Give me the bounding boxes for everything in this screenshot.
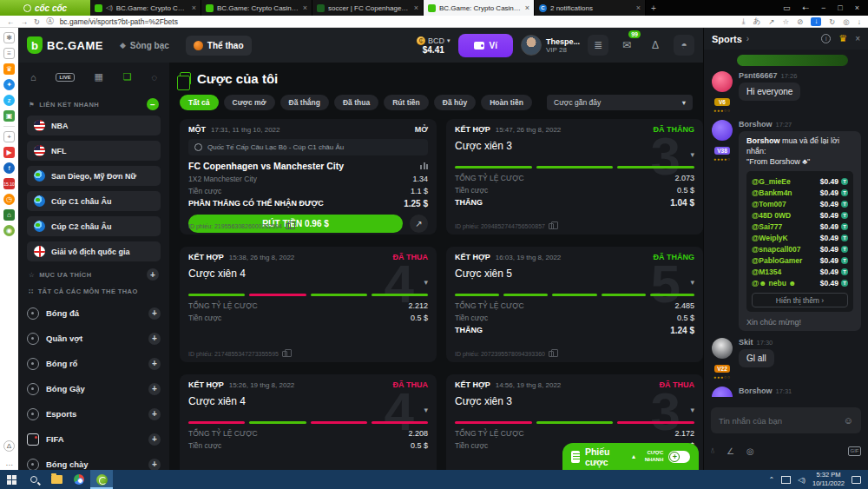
sidebar-quick-link[interactable]: NBA — [27, 116, 161, 135]
betslip-button[interactable]: Phiếu cược ▴ CƯỢCNHANH + — [562, 443, 699, 470]
home-icon[interactable]: ⌂ — [30, 72, 36, 83]
sidebar-sport-esports[interactable]: Esports+ — [27, 401, 161, 426]
tip-recipient[interactable]: @Sai777 — [752, 222, 782, 231]
reload-button[interactable]: ↻ — [34, 17, 40, 26]
zalo-icon[interactable]: z — [3, 95, 15, 106]
copy-icon[interactable] — [286, 223, 291, 229]
start-button[interactable] — [0, 470, 23, 489]
chrome-icon[interactable] — [68, 470, 90, 489]
browser-tab[interactable]: BC.Game: Crypto Casino Gar× — [201, 0, 312, 16]
expand-sport-button[interactable]: + — [148, 408, 161, 420]
my-bets-icon[interactable]: ❏ — [123, 71, 132, 83]
expand-combo-icon[interactable]: ▾ — [690, 150, 694, 159]
collapse-quick-links-button[interactable]: − — [147, 98, 159, 110]
gif-icon[interactable]: GIF — [848, 446, 861, 456]
copy-icon[interactable] — [282, 351, 287, 357]
live-icon[interactable]: LIVE — [56, 73, 74, 82]
tab-close-icon[interactable]: × — [192, 3, 196, 12]
coccoc-taskbar-icon[interactable] — [90, 470, 113, 489]
nav-casino[interactable]: ◆ Sòng bạc — [112, 36, 177, 56]
browser-tab[interactable]: soccer | FC Copenhagen vs N× — [312, 0, 424, 16]
youtube-icon[interactable]: ▶ — [3, 147, 15, 158]
download-active-icon[interactable]: ↓ — [811, 17, 821, 26]
avatar[interactable] — [712, 338, 733, 359]
match-stats-icon[interactable] — [420, 162, 428, 169]
bet-list-icon[interactable]: ≣ — [588, 35, 608, 56]
sidebar-sport-basketball[interactable]: Bóng rổ+ — [27, 351, 161, 376]
tray-expand-icon[interactable]: ⌃ — [768, 476, 774, 484]
chat-input[interactable]: Tin nhắn của bạn ☺ — [711, 407, 861, 433]
sidebar-sport-fifa[interactable]: FIFA+ — [27, 426, 161, 452]
show-more-button[interactable]: Hiển thị thêm › — [752, 293, 848, 307]
tip-recipient[interactable]: @Bankm4n — [752, 188, 792, 197]
network-icon[interactable] — [781, 476, 791, 484]
mail-icon[interactable]: ✉99 — [616, 35, 637, 56]
sidebar-quick-link[interactable]: San Diego, Mỹ Đơn Nữ — [27, 166, 161, 186]
sort-dropdown[interactable]: Cược gần đây ▾ — [547, 95, 693, 110]
trophy-icon[interactable]: ♛ — [838, 33, 847, 44]
chat-username[interactable]: Borshow17:31 — [739, 387, 861, 395]
emoji-icon[interactable]: ☺ — [844, 415, 853, 426]
window-maximize-button[interactable]: □ — [838, 3, 842, 12]
wallet-button[interactable]: Ví — [458, 34, 513, 57]
expand-sport-button[interactable]: + — [148, 358, 161, 370]
sidebar-quick-link[interactable]: Giải vô địch quốc gia — [27, 241, 161, 261]
file-explorer-icon[interactable] — [45, 470, 68, 489]
tip-recipient[interactable]: @G_mieEe — [752, 177, 791, 186]
filter-tab[interactable]: Đã thắng — [280, 95, 329, 110]
currency-selector[interactable]: ₵BCD▾ $4.41 — [417, 36, 450, 55]
chat-toggle-icon[interactable]: ◓ — [674, 35, 694, 56]
expand-combo-icon[interactable]: ▾ — [690, 278, 694, 287]
new-tab-button[interactable]: + — [646, 0, 661, 16]
avatar[interactable] — [712, 120, 733, 141]
expand-sport-button[interactable]: + — [148, 307, 161, 320]
chat-close-icon[interactable]: × — [855, 34, 860, 43]
taskbar-clock[interactable]: 5:32 PM10/11/2022 — [812, 471, 845, 488]
schedule-icon[interactable]: ▦ — [95, 71, 103, 83]
crown-rewards-icon[interactable]: ♛ — [3, 63, 15, 75]
save-page-icon[interactable]: ⤓ — [742, 17, 746, 26]
filter-tab[interactable]: Đã thua — [334, 95, 378, 110]
window-close-button[interactable]: × — [855, 3, 859, 12]
chat-username[interactable]: Skit17:30 — [739, 338, 861, 347]
bell-icon[interactable]: Δ — [645, 35, 666, 56]
tip-recipient[interactable]: @48D 0WD — [752, 211, 791, 220]
games-icon[interactable]: ▣ — [3, 110, 15, 122]
expand-sport-button[interactable]: + — [148, 459, 161, 471]
tip-recipient[interactable]: @Tom007 — [752, 200, 786, 208]
site-info-icon[interactable]: Ⓐ — [46, 17, 54, 27]
share-icon[interactable]: ↗ — [768, 17, 774, 26]
sports-app-icon[interactable]: ◉ — [3, 225, 15, 236]
avatar[interactable] — [712, 71, 733, 92]
downloads-icon[interactable]: ↓ — [858, 17, 861, 26]
expand-sport-button[interactable]: + — [148, 333, 161, 345]
tip-recipient[interactable]: @WeiplyK — [752, 234, 788, 242]
sidebar-quick-link[interactable]: Cúp C1 châu Âu — [27, 191, 161, 211]
notifications-bell-icon[interactable]: Δ — [3, 440, 15, 452]
expand-sport-button[interactable]: + — [148, 383, 161, 395]
reader-mode-icon[interactable]: ▭ — [783, 3, 791, 12]
volume-icon[interactable]: ◁) — [798, 476, 806, 484]
sync-icon[interactable]: ↻ — [829, 17, 835, 26]
sidebar-sport-cricket[interactable]: Bóng Gậy+ — [27, 376, 161, 401]
tip-recipient[interactable]: @☻ nebu ☻ — [752, 279, 796, 287]
tab-close-icon[interactable]: × — [303, 3, 307, 12]
expand-combo-icon[interactable]: ▾ — [690, 406, 694, 414]
newsfeed-icon[interactable]: ≡ — [3, 48, 15, 59]
filter-tab[interactable]: Rút tiền — [384, 95, 429, 110]
back-compat-icon[interactable]: ⇠ — [802, 3, 809, 12]
tab-close-icon[interactable]: × — [525, 3, 529, 12]
expand-sport-button[interactable]: + — [148, 433, 161, 446]
coccoc-brand[interactable]: cốc cốc — [0, 0, 90, 16]
search-icon[interactable]: ◌ — [151, 72, 157, 83]
copy-icon[interactable] — [549, 223, 554, 229]
adblock-icon[interactable]: ⊘ — [797, 17, 803, 26]
sidebar-sport-baseball[interactable]: Bóng chày+ — [27, 452, 161, 470]
forward-button[interactable]: → — [21, 17, 29, 26]
add-favorite-button[interactable]: + — [147, 268, 159, 281]
bcgame-logo[interactable]: b BC.GAME — [27, 36, 103, 54]
browser-tab[interactable]: ◁)BC.Game: Crypto Casino× — [90, 0, 201, 16]
window-minimize-button[interactable]: − — [821, 3, 825, 12]
browser-tab[interactable]: C2 notifications× — [535, 0, 646, 16]
copy-icon[interactable] — [549, 351, 554, 357]
